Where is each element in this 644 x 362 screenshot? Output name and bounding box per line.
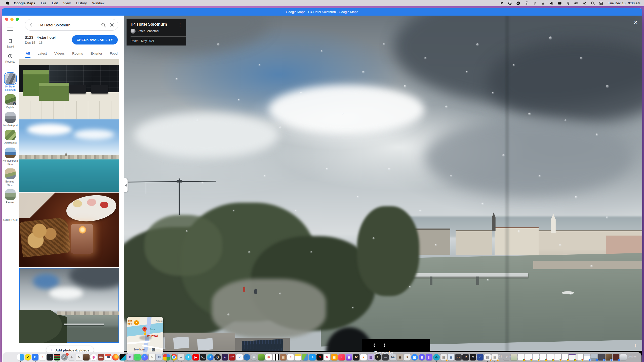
search-button[interactable] bbox=[101, 22, 106, 28]
saved-button[interactable]: Saved bbox=[7, 39, 14, 48]
google-maps-icon[interactable] bbox=[163, 354, 170, 360]
collapse-panel-handle[interactable] bbox=[124, 178, 128, 192]
check-availability-button[interactable]: CHECK AVAILABILITY bbox=[72, 35, 118, 44]
finder-icon[interactable] bbox=[17, 354, 24, 360]
speedtest-icon[interactable]: ◔ bbox=[47, 354, 53, 360]
back-button[interactable] bbox=[29, 22, 34, 27]
minimized-chrome-window-3[interactable] bbox=[533, 354, 539, 360]
star-app-icon[interactable]: ★ bbox=[222, 354, 228, 360]
filezilla-icon[interactable]: Fz bbox=[229, 354, 235, 360]
zoom-window-button[interactable] bbox=[16, 18, 19, 21]
ink-icon[interactable]: ✒ bbox=[178, 354, 184, 360]
minimized-photo-window-3[interactable] bbox=[606, 354, 612, 360]
webcam-icon[interactable]: ⊙ bbox=[433, 354, 440, 360]
vlc-icon[interactable]: ▲ bbox=[360, 354, 367, 360]
hotel-view-photo[interactable] bbox=[124, 16, 642, 362]
notes-icon[interactable] bbox=[295, 354, 301, 360]
handbrake-icon[interactable] bbox=[258, 354, 265, 360]
firefox-icon[interactable] bbox=[112, 354, 119, 360]
place-h4-hotel-solothurn[interactable]: H4 Hotel Solothurn bbox=[2, 73, 18, 92]
messenger-icon[interactable]: ϟ bbox=[141, 354, 148, 360]
font-book-icon[interactable]: Aa bbox=[389, 354, 396, 360]
place-14408-ny-90[interactable]: 14408 NY-90 bbox=[2, 207, 18, 222]
minimized-chrome-window-4[interactable] bbox=[540, 354, 546, 360]
kindle-icon[interactable] bbox=[119, 354, 126, 360]
tab-all[interactable]: All bbox=[22, 48, 34, 58]
bar-poi-icon[interactable]: ▼ bbox=[134, 320, 139, 325]
place-rennes[interactable]: Rennes bbox=[2, 189, 18, 204]
system-settings-icon[interactable]: ⚙1 bbox=[61, 354, 68, 360]
menu-file[interactable]: File bbox=[41, 1, 47, 5]
audio-wave-icon[interactable]: ||| bbox=[426, 354, 432, 360]
battery-icon[interactable] bbox=[574, 1, 578, 5]
tab-latest[interactable]: Latest bbox=[34, 48, 51, 58]
eject-icon[interactable] bbox=[541, 1, 545, 5]
diagnostics-icon[interactable]: ✚ bbox=[68, 354, 75, 360]
close-window-button[interactable] bbox=[5, 18, 8, 21]
profile-icon[interactable] bbox=[83, 354, 90, 360]
usb-icon[interactable] bbox=[533, 1, 537, 5]
netflix-icon[interactable]: N bbox=[316, 354, 323, 360]
apple-menu-icon[interactable] bbox=[6, 1, 9, 5]
minimized-chrome-window-1[interactable] bbox=[518, 354, 525, 360]
disc-burn-icon[interactable] bbox=[251, 354, 257, 360]
trash-icon[interactable] bbox=[620, 354, 627, 360]
menu-edit[interactable]: Edit bbox=[52, 1, 58, 5]
audio-tracks-icon[interactable] bbox=[54, 354, 60, 360]
terminal-icon[interactable]: >_ bbox=[200, 354, 206, 360]
photos-icon[interactable]: ✽ bbox=[265, 354, 272, 360]
thumbnail-river-panorama[interactable] bbox=[19, 119, 119, 192]
tab-exterior[interactable]: Exterior bbox=[87, 48, 106, 58]
reminders-icon[interactable]: ≡ bbox=[287, 354, 294, 360]
bluetooth-icon[interactable] bbox=[566, 1, 570, 5]
news-icon[interactable]: N bbox=[324, 354, 330, 360]
music-recognition-icon[interactable] bbox=[516, 1, 520, 5]
textedit-icon[interactable]: ✎ bbox=[76, 354, 82, 360]
minimized-photo-window-4[interactable] bbox=[613, 354, 619, 360]
close-photo-button[interactable]: × bbox=[634, 19, 638, 26]
dictionary-icon[interactable]: Aa bbox=[98, 354, 104, 360]
tab-rooms[interactable]: Rooms bbox=[68, 48, 87, 58]
spotlight-icon[interactable] bbox=[591, 1, 595, 5]
search-input[interactable] bbox=[38, 23, 99, 27]
window-title-bar[interactable]: Google Maps - H4 Hotel Solothurn - Googl… bbox=[2, 8, 642, 16]
tab-videos[interactable]: Videos bbox=[51, 48, 68, 58]
transit-icon[interactable] bbox=[302, 354, 308, 360]
recents-button[interactable]: Recents bbox=[5, 54, 15, 63]
stickies-icon[interactable]: ✎ bbox=[149, 354, 155, 360]
volume-icon[interactable] bbox=[549, 1, 553, 5]
menu-history[interactable]: History bbox=[76, 1, 87, 5]
bluetooth-app-icon[interactable]: B bbox=[32, 354, 38, 360]
rstudio-icon[interactable]: R bbox=[462, 354, 469, 360]
openoffice-icon[interactable]: ~ bbox=[244, 354, 250, 360]
music-icon[interactable]: ♪ bbox=[338, 354, 345, 360]
z-news-icon[interactable]: Z bbox=[39, 354, 46, 360]
zoom-icon[interactable]: ▣ bbox=[411, 354, 418, 360]
v-app-icon[interactable]: V bbox=[236, 354, 243, 360]
place-zurich-airport[interactable]: Zurich Airport bbox=[2, 112, 18, 127]
minimized-photo-window-1[interactable] bbox=[591, 354, 597, 360]
minimized-map-window[interactable] bbox=[511, 354, 517, 360]
home-app-icon[interactable]: ⌂ bbox=[477, 354, 484, 360]
place-virginia[interactable]: 2Virginia bbox=[2, 94, 18, 109]
usb-utility-icon[interactable]: ψ bbox=[90, 354, 97, 360]
menu-window[interactable]: Window bbox=[92, 1, 104, 5]
camera-app-icon[interactable]: ⊙ bbox=[470, 354, 476, 360]
shortcuts-icon[interactable] bbox=[525, 1, 529, 5]
help-icon[interactable]: ? bbox=[503, 354, 510, 360]
menu-bar-clock[interactable]: Tue Dec 10 9:30 AM bbox=[608, 1, 640, 5]
loom-icon[interactable]: ◎ bbox=[419, 354, 425, 360]
chrome-icon[interactable] bbox=[171, 354, 177, 360]
printer-a-icon[interactable]: ▤ bbox=[484, 354, 491, 360]
pegman-icon[interactable] bbox=[144, 331, 147, 336]
previous-photo-button[interactable]: ‹ bbox=[373, 341, 375, 349]
photo-author-row[interactable]: Peter Schönthal bbox=[131, 29, 182, 34]
printer-setup-icon[interactable]: ▤ bbox=[440, 354, 447, 360]
display-icon[interactable]: ▬ bbox=[382, 354, 389, 360]
books-icon[interactable]: ▤ bbox=[331, 354, 338, 360]
mail-icon[interactable]: ✉ bbox=[156, 354, 163, 360]
place-oxfordshire[interactable]: Oxfordshire bbox=[2, 130, 18, 145]
place-northumberland-[interactable]: Northumberland… bbox=[2, 148, 18, 166]
app-store-icon[interactable]: A bbox=[309, 354, 316, 360]
piano-icon[interactable] bbox=[273, 354, 279, 360]
